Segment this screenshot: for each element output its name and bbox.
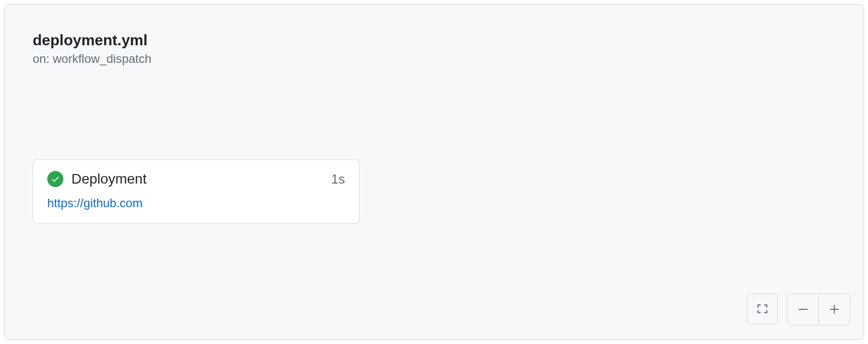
job-header: Deployment 1s <box>47 171 345 187</box>
workflow-graph-container: deployment.yml on: workflow_dispatch Dep… <box>4 4 864 340</box>
job-card-deployment[interactable]: Deployment 1s https://github.com <box>33 159 360 224</box>
fit-to-screen-button[interactable] <box>747 293 778 324</box>
minus-icon <box>797 303 809 315</box>
zoom-button-group <box>787 293 850 325</box>
zoom-out-button[interactable] <box>788 294 819 325</box>
plus-icon <box>828 303 840 315</box>
zoom-controls <box>747 293 850 325</box>
workflow-trigger: on: workflow_dispatch <box>33 52 835 66</box>
success-check-icon <box>47 171 63 187</box>
job-duration: 1s <box>331 171 345 187</box>
job-environment-url-link[interactable]: https://github.com <box>47 196 345 210</box>
workflow-title: deployment.yml <box>33 32 835 49</box>
fullscreen-icon <box>756 302 769 315</box>
zoom-in-button[interactable] <box>819 294 850 325</box>
job-name: Deployment <box>71 171 323 187</box>
